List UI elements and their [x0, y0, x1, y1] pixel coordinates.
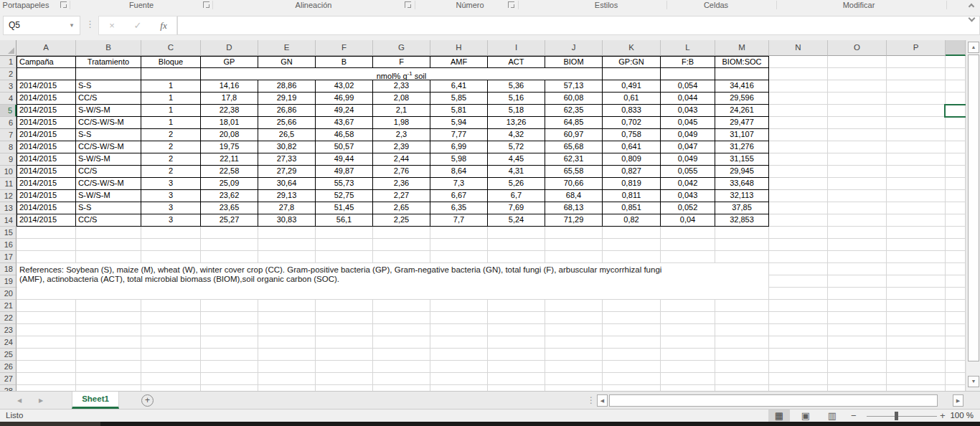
grid-cell[interactable]: 49,24 — [316, 105, 373, 117]
row-header-12[interactable]: 12 — [0, 190, 17, 202]
tab-scrollbar-divider[interactable]: ⋮ — [587, 395, 595, 405]
grid-cell[interactable] — [488, 251, 545, 263]
grid-cell[interactable] — [769, 385, 828, 391]
grid-cell[interactable]: 2 — [141, 129, 201, 141]
grid-cell[interactable] — [76, 227, 141, 239]
grid-cell[interactable] — [545, 300, 603, 312]
grid-cell[interactable] — [545, 349, 603, 361]
grid-cell[interactable]: BIOM:SOC — [715, 56, 769, 68]
grid-cell[interactable]: 34,416 — [715, 80, 769, 93]
zoom-slider-track[interactable] — [867, 416, 937, 417]
grid-cell[interactable] — [488, 336, 545, 349]
grid-cell[interactable] — [769, 56, 828, 68]
grid-cell[interactable] — [946, 251, 966, 263]
grid-cell[interactable] — [828, 190, 887, 202]
grid-cell[interactable]: 52,75 — [316, 190, 373, 202]
grid-cell[interactable] — [828, 56, 887, 68]
grid-cell[interactable] — [769, 263, 828, 275]
name-box[interactable]: Q5 ▾ — [3, 16, 80, 35]
row-header-3[interactable]: 3 — [0, 80, 17, 93]
grid-cell[interactable]: 62,35 — [545, 105, 603, 117]
grid-cell[interactable]: 7,77 — [430, 129, 488, 141]
grid-cell[interactable]: 33,648 — [715, 178, 769, 190]
grid-cell[interactable]: 23,65 — [201, 202, 258, 214]
grid-cell[interactable] — [258, 300, 316, 312]
grid-cell[interactable]: 27,8 — [258, 202, 316, 214]
grid-cell[interactable]: 0,047 — [661, 141, 715, 153]
grid-cell[interactable] — [828, 227, 887, 239]
grid-cell[interactable]: Campaña — [17, 56, 76, 68]
grid-cell[interactable] — [946, 166, 966, 178]
grid-cell[interactable]: 25,27 — [201, 214, 258, 227]
grid-cell[interactable] — [887, 361, 946, 373]
grid-cell[interactable] — [661, 300, 715, 312]
grid-cell[interactable] — [430, 349, 488, 361]
name-box-dropdown-icon[interactable]: ▾ — [67, 16, 77, 34]
grid-cell[interactable]: 46,99 — [316, 93, 373, 105]
grid-cell[interactable] — [769, 141, 828, 153]
grid-cell[interactable] — [946, 178, 966, 190]
grid-cell[interactable] — [141, 251, 201, 263]
grid-cell[interactable] — [661, 349, 715, 361]
grid-cell[interactable]: 14,16 — [201, 80, 258, 93]
grid-cell[interactable]: 22,38 — [201, 105, 258, 117]
grid-cell[interactable] — [430, 239, 488, 251]
grid-cell[interactable] — [430, 361, 488, 373]
grid-cell[interactable] — [76, 312, 141, 324]
horizontal-scrollbar-thumb[interactable] — [609, 394, 938, 407]
grid-cell[interactable] — [828, 93, 887, 105]
formula-input[interactable] — [177, 16, 980, 35]
grid-cell[interactable] — [430, 312, 488, 324]
grid-cell[interactable] — [17, 385, 76, 391]
select-all-corner[interactable] — [0, 40, 17, 56]
grid-cell[interactable] — [545, 227, 603, 239]
grid-cell[interactable]: 2,3 — [373, 129, 430, 141]
grid-cell[interactable] — [76, 361, 141, 373]
row-header-16[interactable]: 16 — [0, 239, 17, 251]
row-header-11[interactable]: 11 — [0, 178, 17, 190]
grid-cell[interactable]: 22,58 — [201, 166, 258, 178]
grid-cell[interactable] — [373, 227, 430, 239]
grid-cell[interactable] — [430, 324, 488, 336]
grid-cell[interactable]: 43,67 — [316, 117, 373, 129]
grid-cell[interactable] — [828, 263, 887, 275]
row-header-9[interactable]: 9 — [0, 153, 17, 166]
grid-cell[interactable]: 3 — [141, 178, 201, 190]
grid-cell[interactable] — [545, 251, 603, 263]
column-header-D[interactable]: D — [201, 40, 258, 56]
grid-cell[interactable]: GN — [258, 56, 316, 68]
dialog-launcher-icon[interactable] — [508, 1, 514, 8]
grid-cell[interactable] — [17, 251, 76, 263]
grid-cell[interactable]: 1 — [141, 80, 201, 93]
grid-cell[interactable] — [316, 251, 373, 263]
grid-cell[interactable] — [946, 239, 966, 251]
grid-cell[interactable]: F — [373, 56, 430, 68]
grid-cell[interactable]: 2014/2015 — [17, 153, 76, 166]
column-header-O[interactable]: O — [828, 40, 887, 56]
tab-nav-left-icon[interactable]: ◀ — [17, 397, 22, 404]
grid-cell[interactable] — [545, 361, 603, 373]
grid-cell[interactable]: 6,7 — [488, 190, 545, 202]
grid-cell[interactable] — [715, 324, 769, 336]
column-header-F[interactable]: F — [316, 40, 373, 56]
grid-cell[interactable]: 2014/2015 — [17, 129, 76, 141]
grid-cell[interactable] — [946, 214, 966, 227]
grid-cell[interactable]: 31,276 — [715, 141, 769, 153]
grid-cell[interactable]: 7,3 — [430, 178, 488, 190]
grid-cell[interactable] — [769, 227, 828, 239]
grid-cell[interactable]: 7,7 — [430, 214, 488, 227]
grid-cell[interactable]: 4,32 — [488, 129, 545, 141]
grid-cell[interactable]: 4,45 — [488, 153, 545, 166]
grid-cell[interactable] — [946, 141, 966, 153]
grid-cell[interactable] — [661, 239, 715, 251]
grid-cell[interactable] — [258, 373, 316, 385]
row-header-6[interactable]: 6 — [0, 117, 17, 129]
grid-cell[interactable] — [946, 385, 966, 391]
formula-bar-drag-handle[interactable]: ⋮ — [85, 19, 95, 29]
grid-cell[interactable]: 2,33 — [373, 80, 430, 93]
grid-cell[interactable]: 30,82 — [258, 141, 316, 153]
grid-cell[interactable]: 0,82 — [603, 214, 661, 227]
row-header-7[interactable]: 7 — [0, 129, 17, 141]
cancel-icon[interactable]: × — [99, 20, 125, 31]
grid-cell[interactable] — [828, 166, 887, 178]
